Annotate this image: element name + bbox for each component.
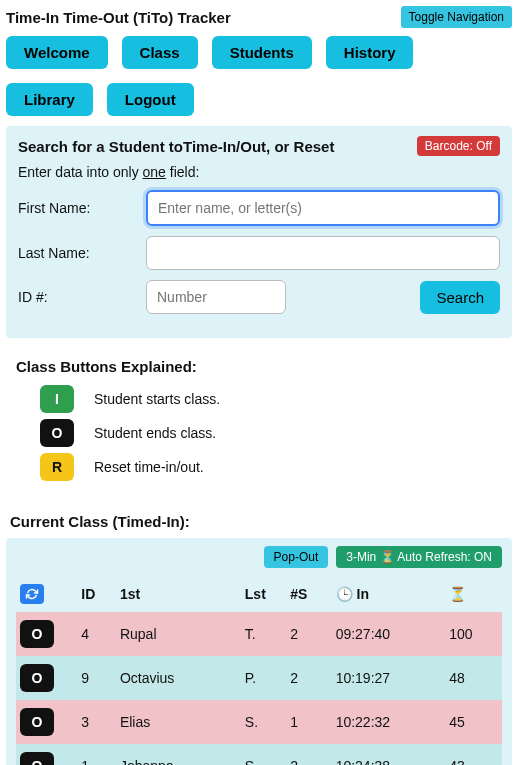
cell-sessions: 2 [286,656,331,700]
current-class-table: ID 1st Lst #S 🕒 In ⏳ O4RupalT.209:27:401… [16,576,502,765]
auto-refresh-toggle[interactable]: 3-Min ⏳ Auto Refresh: ON [336,546,502,568]
cell-time-in: 10:19:27 [332,656,446,700]
id-label: ID #: [18,289,138,305]
time-out-button[interactable]: O [20,664,54,692]
legend-text: Student ends class. [94,425,216,441]
legend-row: RReset time-in/out. [40,453,502,481]
hint-prefix: Enter data into only [18,164,143,180]
id-input[interactable] [146,280,286,314]
first-name-input[interactable] [146,190,500,226]
first-name-label: First Name: [18,200,138,216]
cell-sessions: 2 [286,612,331,656]
time-out-button[interactable]: O [20,620,54,648]
cell-time-in: 10:22:32 [332,700,446,744]
legend-code-r: R [40,453,74,481]
cell-duration: 43 [445,744,502,765]
col-action[interactable] [16,576,77,612]
cell-first: Elias [116,700,241,744]
cell-action: O [16,612,77,656]
cell-lst: S. [241,700,286,744]
cell-time-in: 09:27:40 [332,612,446,656]
current-class-title: Current Class (Timed-In): [0,513,518,538]
table-row: O3EliasS.110:22:3245 [16,700,502,744]
refresh-icon [20,584,44,604]
nav-logout[interactable]: Logout [107,83,194,116]
last-name-label: Last Name: [18,245,138,261]
cell-action: O [16,700,77,744]
last-name-input[interactable] [146,236,500,270]
cell-action: O [16,744,77,765]
cell-first: Johanno [116,744,241,765]
cell-sessions: 1 [286,700,331,744]
nav-students[interactable]: Students [212,36,312,69]
legend-text: Student starts class. [94,391,220,407]
search-hint: Enter data into only one field: [18,164,500,180]
cell-id: 4 [77,612,116,656]
cell-duration: 48 [445,656,502,700]
cell-lst: S. [241,744,286,765]
app-title: Time-In Time-Out (TiTo) Tracker [6,9,231,26]
nav-library[interactable]: Library [6,83,93,116]
table-row: O4RupalT.209:27:40100 [16,612,502,656]
toggle-navigation-button[interactable]: Toggle Navigation [401,6,512,28]
cell-id: 9 [77,656,116,700]
table-row: O1JohannoS.210:24:3843 [16,744,502,765]
col-in[interactable]: 🕒 In [332,576,446,612]
cell-id: 3 [77,700,116,744]
popout-button[interactable]: Pop-Out [264,546,329,568]
search-panel-title: Search for a Student toTime-In/Out, or R… [18,138,334,155]
cell-duration: 100 [445,612,502,656]
cell-id: 1 [77,744,116,765]
col-dur[interactable]: ⏳ [445,576,502,612]
legend-text: Reset time-in/out. [94,459,204,475]
col-id[interactable]: ID [77,576,116,612]
cell-duration: 45 [445,700,502,744]
cell-time-in: 10:24:38 [332,744,446,765]
barcode-toggle[interactable]: Barcode: Off [417,136,500,156]
col-lst[interactable]: Lst [241,576,286,612]
cell-lst: T. [241,612,286,656]
cell-first: Rupal [116,612,241,656]
legend-row: IStudent starts class. [40,385,502,413]
hint-underlined: one [143,164,166,180]
hint-suffix: field: [166,164,199,180]
search-button[interactable]: Search [420,281,500,314]
col-s[interactable]: #S [286,576,331,612]
col-first[interactable]: 1st [116,576,241,612]
legend-row: OStudent ends class. [40,419,502,447]
main-nav: Welcome Class Students History Library L… [0,28,518,126]
cell-first: Octavius [116,656,241,700]
nav-class[interactable]: Class [122,36,198,69]
cell-action: O [16,656,77,700]
nav-welcome[interactable]: Welcome [6,36,108,69]
nav-history[interactable]: History [326,36,414,69]
cell-lst: P. [241,656,286,700]
current-class-table-wrap: Pop-Out 3-Min ⏳ Auto Refresh: ON ID 1st … [6,538,512,765]
legend-code-o: O [40,419,74,447]
legend-title: Class Buttons Explained: [16,358,502,375]
time-out-button[interactable]: O [20,752,54,765]
table-row: O9OctaviusP.210:19:2748 [16,656,502,700]
time-out-button[interactable]: O [20,708,54,736]
legend-code-i: I [40,385,74,413]
legend-panel: Class Buttons Explained: IStudent starts… [6,350,512,499]
search-panel: Search for a Student toTime-In/Out, or R… [6,126,512,338]
cell-sessions: 2 [286,744,331,765]
